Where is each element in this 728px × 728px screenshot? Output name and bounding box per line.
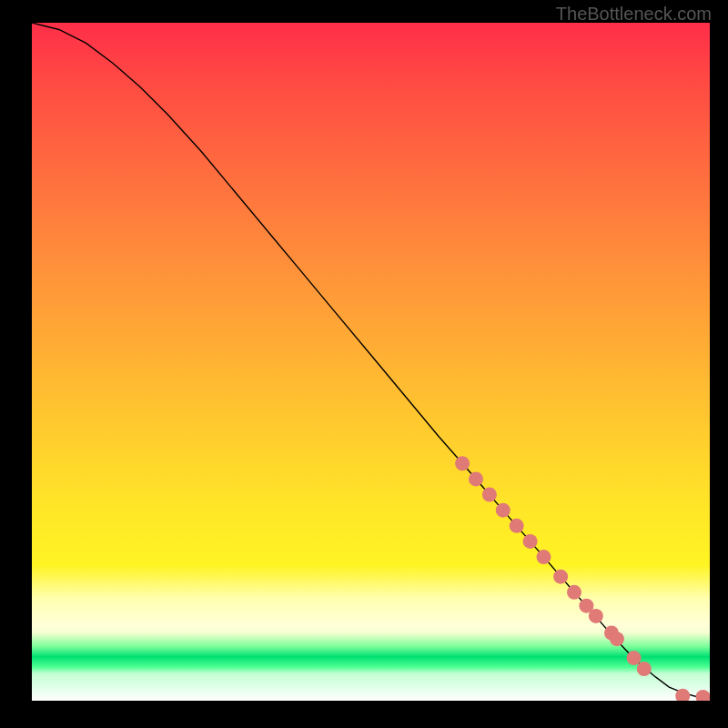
chart-marker (523, 534, 538, 549)
chart-marker (553, 570, 568, 584)
chart-marker (627, 651, 642, 665)
chart-marker (610, 632, 624, 646)
chart-marker (455, 456, 470, 470)
chart-curve (32, 23, 704, 697)
chart-marker (589, 609, 603, 623)
chart-marker (536, 550, 551, 564)
chart-plot-area (32, 23, 710, 701)
chart-marker (496, 503, 511, 518)
chart-marker (469, 471, 483, 486)
chart-marker (510, 519, 524, 533)
chart-marker (482, 488, 497, 502)
chart-marker (637, 662, 652, 676)
watermark-text: TheBottleneck.com (556, 4, 712, 25)
chart-marker (696, 690, 710, 701)
chart-svg-overlay (32, 23, 710, 701)
chart-marker-group (455, 456, 710, 701)
chart-marker (567, 585, 581, 600)
